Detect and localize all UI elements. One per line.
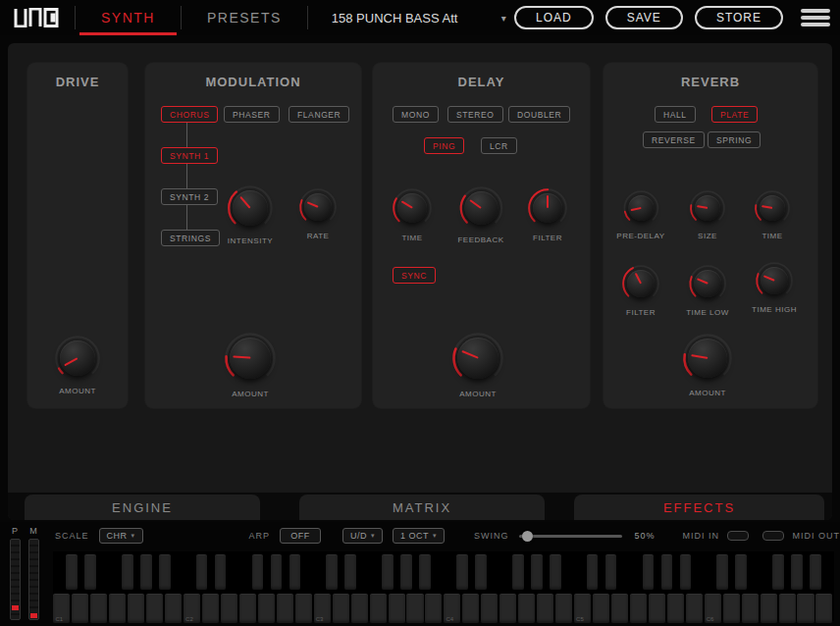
white-key[interactable] [481,594,498,623]
tab-effects[interactable]: EFFECTS [574,495,824,520]
tab-matrix[interactable]: MATRIX [299,495,545,520]
plate-button[interactable]: PLATE [711,106,758,123]
white-key[interactable]: C6 [705,594,721,623]
black-key[interactable] [215,554,227,590]
white-key[interactable] [221,594,237,623]
black-key[interactable] [680,554,692,590]
black-key[interactable] [289,554,301,590]
white-key[interactable] [406,594,423,623]
white-key[interactable] [128,594,144,623]
time-high-knob[interactable] [756,262,793,299]
white-key[interactable] [593,594,609,623]
white-key[interactable] [109,594,126,623]
white-key[interactable]: C3 [314,594,331,623]
flanger-button[interactable]: FLANGER [289,106,349,123]
white-key[interactable] [761,594,777,623]
hall-button[interactable]: HALL [655,106,696,123]
preset-selector[interactable]: 158 PUNCH BASS Att ▾ [326,5,512,30]
white-key[interactable] [277,594,293,623]
white-key[interactable] [611,594,628,623]
pitch-meter[interactable]: P [10,526,21,620]
white-key[interactable] [239,594,256,623]
spring-button[interactable]: SPRING [708,131,761,148]
white-key[interactable]: C4 [444,594,460,623]
reverse-button[interactable]: REVERSE [643,131,705,148]
amount-knob[interactable] [683,334,732,383]
size-knob[interactable] [690,190,725,226]
black-key[interactable] [531,554,543,590]
white-key[interactable] [202,594,219,623]
amount-knob[interactable] [55,336,100,381]
white-key[interactable] [90,594,107,623]
arp-octave-select[interactable]: 1 OCT ▾ [393,528,445,544]
white-key[interactable]: C5 [574,594,591,623]
black-key[interactable] [643,554,655,590]
white-key[interactable] [258,594,275,623]
black-key[interactable] [140,554,152,590]
pitch-meter-bar[interactable] [10,539,21,620]
stereo-button[interactable]: STEREO [447,106,503,123]
white-key[interactable] [630,594,647,623]
white-key[interactable] [686,594,703,623]
black-key[interactable] [772,554,784,590]
scale-select[interactable]: CHR ▾ [99,528,143,544]
black-key[interactable] [400,554,412,590]
black-key[interactable] [716,554,728,590]
white-key[interactable] [742,594,759,623]
white-key[interactable] [72,594,88,623]
doubler-button[interactable]: DOUBLER [508,106,570,123]
white-key[interactable] [425,594,442,623]
strings-button[interactable]: STRINGS [161,230,220,246]
mono-button[interactable]: MONO [393,106,439,123]
white-key[interactable] [815,594,832,623]
keyboard[interactable]: C1C2C3C4C5C6 [53,551,834,621]
save-button[interactable]: SAVE [605,6,683,29]
tab-synth[interactable]: SYNTH [76,0,181,35]
black-key[interactable] [550,554,561,590]
intensity-knob[interactable] [228,185,273,231]
black-key[interactable] [735,554,747,590]
ping-button[interactable]: PING [424,137,464,154]
tab-presets[interactable]: PRESETS [182,0,307,35]
black-key[interactable] [456,554,468,590]
time-low-knob[interactable] [689,265,726,302]
lcr-button[interactable]: LCR [481,137,517,154]
tab-engine[interactable]: ENGINE [25,495,260,520]
swing-handle[interactable] [522,531,533,542]
white-key[interactable] [333,594,349,623]
black-key[interactable] [326,554,338,590]
white-key[interactable] [518,594,535,623]
filter-knob[interactable] [622,265,659,302]
feedback-knob[interactable] [459,186,502,230]
white-key[interactable]: C2 [184,594,200,623]
white-key[interactable] [146,594,163,623]
menu-icon[interactable] [801,9,830,26]
black-key[interactable] [791,554,803,590]
arp-toggle[interactable]: OFF [280,528,321,544]
amount-knob[interactable] [225,333,276,384]
black-key[interactable] [605,554,617,590]
white-key[interactable] [667,594,684,623]
black-key[interactable] [271,554,283,590]
pre-delay-knob[interactable] [623,190,658,226]
chorus-button[interactable]: CHORUS [161,106,218,123]
black-key[interactable] [344,554,356,590]
arp-direction-select[interactable]: U/D ▾ [342,528,383,544]
white-key[interactable] [649,594,665,623]
white-key[interactable] [165,594,182,623]
black-key[interactable] [252,554,264,590]
white-key[interactable]: C1 [53,594,70,623]
phaser-button[interactable]: PHASER [224,106,280,123]
black-key[interactable] [419,554,431,590]
black-key[interactable] [159,554,171,590]
sync-button[interactable]: SYNC [393,267,436,284]
amount-knob[interactable] [452,333,503,384]
black-key[interactable] [122,554,133,590]
white-key[interactable] [295,594,312,623]
white-key[interactable] [779,594,796,623]
black-key[interactable] [66,554,78,590]
black-key[interactable] [661,554,673,590]
swing-slider[interactable] [519,529,623,543]
mod-meter-bar[interactable] [28,539,39,620]
black-key[interactable] [475,554,487,590]
